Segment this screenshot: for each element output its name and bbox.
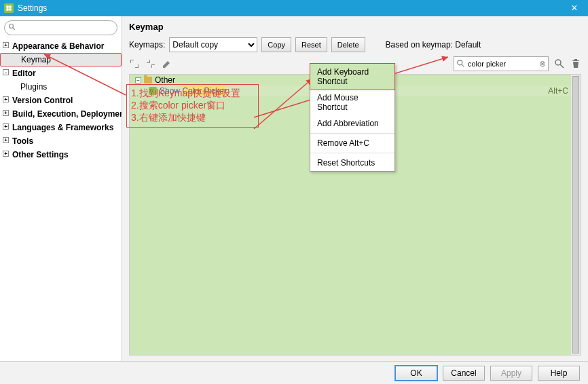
clear-filter-icon[interactable]: ⊗ (539, 59, 546, 69)
search-icon (456, 59, 466, 69)
sidebar-item-editor[interactable]: -Editor (0, 66, 122, 80)
based-label: Based on keymap: Default (386, 40, 481, 50)
action-filter-input[interactable] (454, 56, 549, 71)
reset-button[interactable]: Reset (295, 37, 327, 52)
settings-sidebar: +Appearance & Behavior Keymap -Editor Pl… (0, 16, 122, 361)
sidebar-item-tools[interactable]: +Tools (0, 134, 122, 148)
svg-line-5 (560, 64, 564, 68)
keymap-panel: Keymap Keymaps: Default copy Copy Reset … (122, 16, 588, 361)
settings-tree[interactable]: +Appearance & Behavior Keymap -Editor Pl… (0, 39, 122, 361)
ok-button[interactable]: OK (395, 366, 437, 381)
expand-icon[interactable]: + (3, 110, 9, 116)
trash-icon[interactable] (570, 58, 581, 69)
keymaps-select[interactable]: Default copy (169, 37, 257, 52)
svg-line-3 (462, 64, 464, 67)
keymaps-label: Keymaps: (129, 40, 165, 50)
sidebar-item-other[interactable]: +Other Settings (0, 148, 122, 161)
cancel-button[interactable]: Cancel (443, 366, 485, 381)
sidebar-item-keymap[interactable]: Keymap (0, 53, 122, 66)
expand-all-icon[interactable] (129, 58, 140, 69)
find-by-shortcut-icon[interactable] (554, 58, 565, 69)
menu-add-keyboard-shortcut[interactable]: Add Keyboard Shortcut (310, 63, 395, 90)
menu-add-abbreviation[interactable]: Add Abbreviation (310, 115, 394, 132)
menu-reset-shortcuts[interactable]: Reset Shortcuts (310, 155, 394, 171)
svg-point-4 (555, 60, 561, 65)
app-icon (4, 3, 14, 13)
collapse-all-icon[interactable] (145, 58, 156, 69)
sidebar-search-input[interactable] (4, 20, 117, 35)
svg-point-0 (10, 24, 14, 28)
svg-line-1 (13, 28, 15, 30)
help-button[interactable]: Help (538, 366, 580, 381)
svg-point-2 (458, 60, 462, 65)
shortcut-label: Alt+C (548, 86, 568, 96)
expand-icon[interactable]: + (3, 137, 9, 143)
sidebar-item-vcs[interactable]: +Version Control (0, 94, 122, 107)
window-title: Settings (18, 3, 565, 13)
context-menu: Add Keyboard Shortcut Add Mouse Shortcut… (310, 63, 395, 172)
expand-icon[interactable]: + (3, 151, 9, 157)
menu-separator (310, 133, 394, 134)
menu-remove-shortcut[interactable]: Remove Alt+C (310, 135, 394, 151)
panel-title: Keymap (129, 22, 581, 32)
dialog-footer: OK Cancel Apply Help (0, 361, 588, 384)
expand-icon[interactable]: + (3, 123, 9, 130)
sidebar-item-build[interactable]: +Build, Execution, Deployment (0, 107, 122, 121)
edit-icon[interactable] (162, 58, 172, 69)
delete-button[interactable]: Delete (331, 37, 365, 52)
scrollbar[interactable] (571, 75, 581, 355)
apply-button[interactable]: Apply (490, 366, 532, 381)
collapse-icon[interactable]: − (135, 77, 141, 83)
sidebar-item-plugins[interactable]: Plugins (0, 80, 122, 94)
expand-icon[interactable]: - (3, 69, 9, 75)
title-bar: Settings × (0, 0, 588, 16)
sidebar-item-languages[interactable]: +Languages & Frameworks (0, 121, 122, 134)
menu-add-mouse-shortcut[interactable]: Add Mouse Shortcut (310, 90, 394, 115)
annotation-box: 1.找到Keymap快捷键设置 2.搜索color picker窗口 3.右键添… (126, 84, 259, 128)
menu-separator (310, 153, 394, 153)
sidebar-item-appearance[interactable]: +Appearance & Behavior (0, 39, 122, 53)
copy-button[interactable]: Copy (261, 37, 291, 52)
close-icon[interactable]: × (565, 2, 584, 14)
search-icon (8, 23, 16, 31)
expand-icon[interactable]: + (3, 42, 9, 48)
expand-icon[interactable]: + (3, 96, 9, 102)
folder-icon (144, 77, 152, 83)
